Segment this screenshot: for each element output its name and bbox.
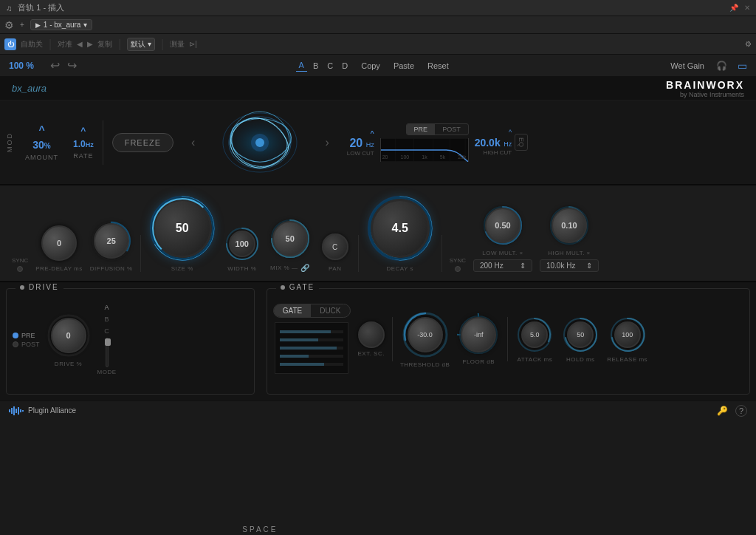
paste-preset-btn[interactable]: Paste <box>391 60 417 72</box>
attack-knob-wrapper[interactable]: 5.0 <box>515 316 554 354</box>
power-button[interactable]: ⏻ <box>4 38 16 50</box>
bottom-section: DRIVE PRE POST <box>0 282 756 401</box>
ext-sc-knob[interactable] <box>358 321 385 348</box>
post-indicator[interactable] <box>13 341 18 347</box>
diffusion-knob-wrapper[interactable]: 25 <box>90 219 133 262</box>
diffusion-knob[interactable]: 25 <box>94 223 129 259</box>
threshold-label: THRESHOLD dB <box>400 361 450 368</box>
preset-b[interactable]: B <box>310 59 321 72</box>
redo-btn[interactable]: ↪ <box>67 58 77 72</box>
low-freq-select[interactable]: 200 Hz ⇕ <box>473 259 532 272</box>
floor-knob[interactable]: -inf <box>461 317 496 352</box>
decay-knob-wrapper[interactable]: 4.5 <box>366 194 434 262</box>
mode-slider-thumb[interactable] <box>105 338 111 346</box>
add-icon[interactable]: + <box>20 21 24 29</box>
drive-knob[interactable]: 0 <box>51 318 86 353</box>
pre-delay-knob[interactable]: 0 <box>41 225 77 261</box>
threshold-knob-wrapper[interactable]: -30.0 <box>401 310 450 359</box>
measure-label[interactable]: 测量 <box>170 39 185 50</box>
size-knob-wrapper[interactable]: 50 <box>148 194 216 262</box>
high-freq-select[interactable]: 10.0k Hz ⇕ <box>540 259 599 272</box>
undo-btn[interactable]: ↩ <box>50 58 60 72</box>
mode-a[interactable]: A <box>105 304 109 311</box>
svg-rect-28 <box>18 407 19 415</box>
rate-value: 1.0Hz <box>73 139 94 149</box>
sync-indicator-1[interactable] <box>17 266 23 272</box>
sync-indicator-2[interactable] <box>455 266 461 272</box>
low-mult-knob[interactable]: 0.50 <box>485 208 520 243</box>
eq-badge[interactable]: EQ <box>515 134 528 151</box>
key-icon[interactable]: 🔑 <box>717 406 728 416</box>
hold-knob[interactable]: 50 <box>567 321 594 348</box>
width-knob-wrapper[interactable]: 100 <box>224 225 261 262</box>
preset-a[interactable]: A <box>296 59 307 72</box>
decay-knob[interactable]: 4.5 <box>371 199 430 258</box>
floor-knob-wrapper[interactable]: -inf <box>457 313 500 356</box>
mode-label: MODE <box>97 369 117 375</box>
preset-d[interactable]: D <box>339 59 351 72</box>
size-knob[interactable]: 50 <box>153 199 212 258</box>
copy-label[interactable]: 复制 <box>97 39 112 50</box>
rewind-icon[interactable]: ◀ <box>77 40 83 48</box>
sync-label: SYNC <box>12 257 28 264</box>
diffusion-value: 25 <box>107 236 116 245</box>
threshold-knob[interactable]: -30.0 <box>408 317 443 352</box>
low-mult-knob-wrapper[interactable]: 0.50 <box>481 204 524 247</box>
decay-value: 4.5 <box>392 222 408 235</box>
headphone-icon[interactable]: 🎧 <box>716 61 727 71</box>
amount-group: ^ 30% AMOUNT <box>25 124 58 161</box>
space-visualizer: SPACE <box>201 102 319 183</box>
pan-knob[interactable]: C <box>322 234 348 260</box>
drive-knob-wrapper[interactable]: 0 <box>46 313 92 358</box>
copy-preset-btn[interactable]: Copy <box>358 60 383 72</box>
settings2-icon[interactable]: ⚙ <box>745 40 752 48</box>
gate-btn[interactable]: GATE <box>274 304 311 317</box>
measure-icon[interactable]: ⊳| <box>189 40 197 48</box>
close-btn[interactable]: ✕ <box>744 4 750 12</box>
align-label[interactable]: 对准 <box>58 39 72 50</box>
post-btn[interactable]: POST <box>435 124 468 134</box>
mix-knob[interactable]: 50 <box>272 221 308 256</box>
release-knob-wrapper[interactable]: 100 <box>608 316 647 354</box>
mix-link-icon[interactable]: 🔗 <box>300 264 309 272</box>
default-select[interactable]: 默认 ▾ <box>127 38 155 51</box>
attack-knob[interactable]: 5.0 <box>521 321 548 348</box>
release-knob[interactable]: 100 <box>614 321 641 348</box>
brand-header: bx_aura BRAINWORX by Native Instruments <box>0 77 756 100</box>
track-icon: ▶ <box>35 21 41 29</box>
mode-b[interactable]: B <box>105 316 109 323</box>
pin-icon: 📌 <box>729 4 738 12</box>
mix-value: 50 <box>286 234 295 243</box>
duck-btn[interactable]: DUCK <box>311 304 349 317</box>
monitor-icon[interactable]: ▭ <box>738 60 747 72</box>
settings-icon[interactable]: ⚙ <box>4 19 14 31</box>
hold-label: HOLD ms <box>566 356 595 363</box>
hold-knob-wrapper[interactable]: 50 <box>561 316 599 354</box>
width-knob[interactable]: 100 <box>229 231 255 257</box>
space-nav-left[interactable]: ‹ <box>185 136 201 149</box>
floor-value: -inf <box>474 331 484 338</box>
pre-delay-knob-wrapper[interactable]: 0 <box>40 224 78 262</box>
hold-value: 50 <box>577 331 584 338</box>
mode-c[interactable]: C <box>104 327 109 335</box>
daw-toolbar-2: ⏻ 自助关 | 对准 ◀ ▶ 复制 | 默认 ▾ | 测量 ⊳| ⚙ <box>0 34 756 55</box>
high-mult-knob[interactable]: 0.10 <box>551 208 587 243</box>
rate-unit: Hz <box>86 141 94 149</box>
preset-c[interactable]: C <box>324 59 336 72</box>
high-mult-knob-wrapper[interactable]: 0.10 <box>548 204 591 247</box>
mod-divider <box>103 120 103 165</box>
track-label[interactable]: ▶ 1 - bx_aura ▾ <box>30 19 93 30</box>
freeze-button[interactable]: FREEZE <box>112 133 173 152</box>
forward-icon[interactable]: ▶ <box>87 40 93 48</box>
mix-knob-wrapper[interactable]: 50 <box>268 217 312 261</box>
drive-value: 0 <box>66 331 70 340</box>
space-nav-right[interactable]: › <box>319 136 334 149</box>
pre-indicator[interactable] <box>13 333 18 338</box>
low-mult-value: 0.50 <box>495 221 510 230</box>
status-logo: Plugin Alliance <box>9 405 76 417</box>
help-icon[interactable]: ? <box>735 405 747 417</box>
pre-btn[interactable]: PRE <box>407 124 436 134</box>
pan-knob-wrapper[interactable]: C <box>320 231 351 262</box>
reset-btn[interactable]: Reset <box>425 60 452 72</box>
high-freq-value: 10.0k Hz <box>546 262 575 270</box>
